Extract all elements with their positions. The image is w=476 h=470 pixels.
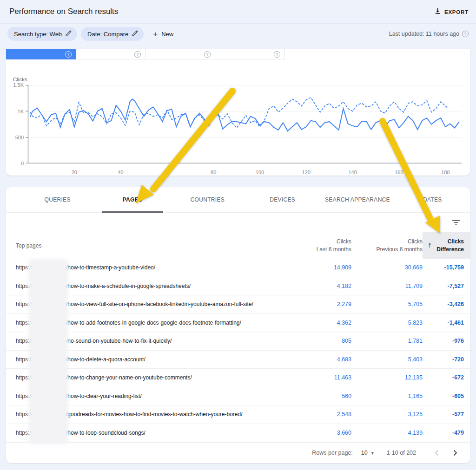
table-body: https:///how-to-timestamp-a-youtube-vide… [6, 259, 470, 442]
dimensions-table-card: QUERIES PAGES COUNTRIES DEVICES SEARCH A… [6, 187, 470, 463]
help-circle-icon[interactable]: ? [274, 51, 280, 58]
plus-icon: + [153, 30, 158, 38]
filter-rows-icon[interactable] [450, 216, 463, 229]
table-row[interactable]: https:///how-to-loop-soundcloud-songs/ 3… [6, 424, 470, 443]
x-tick: 180 [441, 170, 450, 175]
x-tick: 40 [118, 170, 123, 175]
x-tick: 60 [164, 170, 170, 175]
chip-date-compare[interactable]: Date: Compare [81, 27, 144, 41]
table-row[interactable]: https:///how-to-view-full-site-on-iphone… [6, 295, 470, 314]
table-row[interactable]: https:///how-to-delete-a-quora-account/ … [6, 351, 470, 369]
y-tick: 0 [6, 161, 24, 166]
sort-ascending-icon: ↑ [427, 242, 432, 249]
metric-card-impressions[interactable]: ? [76, 49, 145, 59]
help-circle-icon[interactable]: ? [204, 51, 211, 58]
x-tick: 120 [302, 170, 311, 175]
tab-countries[interactable]: COUNTRIES [170, 187, 245, 212]
table-row[interactable]: https:///no-sound-on-youtube-how-to-fix-… [6, 332, 470, 351]
page-title: Performance on Search results [9, 7, 118, 16]
clicks-chart: Clicks 1.5K 1K 500 0 20 40 60 80 100 [6, 59, 470, 176]
table-row[interactable]: https:///how-to-change-your-name-on-yout… [6, 369, 470, 387]
chevron-down-icon: ▾ [371, 450, 374, 456]
tab-devices[interactable]: DEVICES [245, 187, 320, 212]
y-tick: 1K [6, 109, 24, 114]
help-circle-icon[interactable]: ? [65, 51, 72, 58]
search-console-performance-page: Performance on Search results EXPORT Sea… [0, 0, 476, 470]
dimension-tabs: QUERIES PAGES COUNTRIES DEVICES SEARCH A… [6, 187, 470, 213]
table-toolbar [6, 213, 470, 232]
line-chart-plot [28, 85, 462, 163]
export-label: EXPORT [444, 9, 469, 15]
export-button[interactable]: EXPORT [434, 0, 469, 24]
metric-card-ctr[interactable]: ? [145, 49, 215, 59]
table-row[interactable]: https:///how-to-make-a-schedule-in-googl… [6, 277, 470, 296]
tab-search-appearance[interactable]: SEARCH APPEARANCE [320, 187, 395, 212]
chart-card: ? ? ? ? Clicks 1.5K 1K 500 0 [6, 49, 470, 176]
table-row[interactable]: https:///goodreads-for-movies-how-to-fin… [6, 405, 470, 424]
next-page-button[interactable] [448, 445, 463, 460]
new-filter-button[interactable]: + New [153, 30, 173, 38]
filter-bar: Search type: Web Date: Compare + New Las… [0, 24, 476, 44]
y-tick: 1.5K [6, 82, 24, 88]
metric-card-clicks[interactable]: ? [6, 49, 76, 59]
table-row[interactable]: https:///how-to-timestamp-a-youtube-vide… [6, 259, 470, 277]
x-tick: 20 [72, 170, 77, 175]
edit-pencil-icon [132, 30, 138, 38]
current-period-line [30, 99, 459, 131]
x-tick: 160 [395, 170, 403, 175]
previous-period-line [30, 98, 448, 128]
rows-per-page-label: Rows per page: [312, 450, 353, 456]
y-tick: 500 [6, 135, 24, 140]
column-header-clicks-last[interactable]: Clicks Last 6 months [280, 232, 351, 259]
metric-cards-row: ? ? ? ? [6, 49, 470, 59]
table-row[interactable]: https:///how-to-add-footnotes-in-google-… [6, 314, 470, 333]
last-updated: Last updated: 11 hours ago ? [389, 31, 469, 37]
download-icon [434, 7, 441, 16]
column-header-top-pages[interactable]: Top pages [6, 232, 280, 259]
top-bar: Performance on Search results EXPORT [0, 0, 476, 24]
x-tick: 140 [348, 170, 357, 175]
pagination-bar: Rows per page: 10 ▾ 1-10 of 202 [6, 442, 470, 463]
help-circle-icon[interactable]: ? [134, 51, 141, 58]
pagination-range: 1-10 of 202 [387, 450, 416, 456]
column-header-clicks-difference[interactable]: ↑ Clicks Difference [423, 232, 470, 259]
tab-pages[interactable]: PAGES [95, 187, 170, 212]
previous-page-button[interactable] [429, 445, 444, 460]
column-header-clicks-previous[interactable]: Clicks Previous 6 months [351, 232, 423, 259]
edit-pencil-icon [66, 30, 72, 38]
y-axis-title: Clicks [13, 77, 27, 82]
rows-per-page-select[interactable]: 10 ▾ [361, 450, 374, 456]
x-tick: 100 [256, 170, 264, 175]
x-tick: 80 [211, 170, 216, 175]
tab-dates[interactable]: DATES [395, 187, 470, 212]
chip-search-type[interactable]: Search type: Web [7, 27, 77, 41]
table-row[interactable]: https:///how-to-clear-your-reading-list/… [6, 387, 470, 406]
tab-queries[interactable]: QUERIES [20, 187, 95, 212]
table-header: Top pages Clicks Last 6 months Clicks Pr… [6, 232, 470, 259]
help-circle-icon[interactable]: ? [462, 31, 469, 37]
metric-card-position[interactable]: ? [215, 49, 285, 59]
redaction-blur [31, 261, 66, 442]
